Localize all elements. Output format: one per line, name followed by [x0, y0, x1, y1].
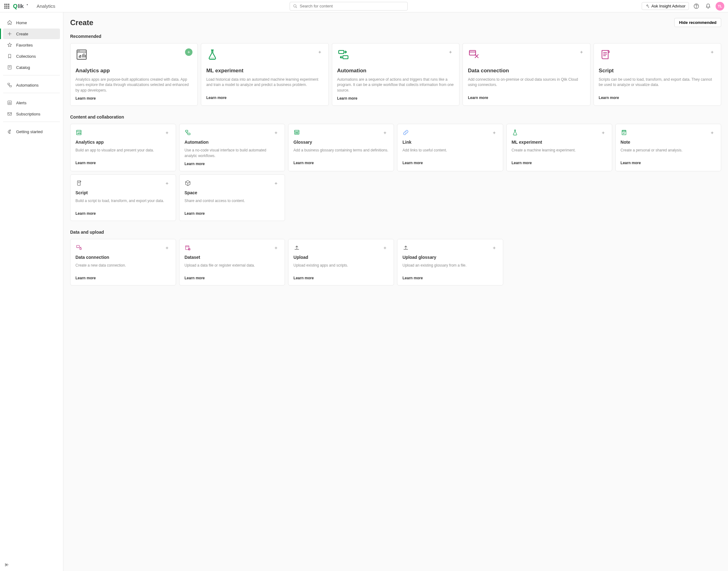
card-add-button[interactable]: [272, 129, 280, 136]
card-data-connection[interactable]: Data connection Add connections to on-pr…: [462, 43, 590, 106]
card-add-button[interactable]: [272, 244, 280, 252]
card-add-button[interactable]: [381, 129, 389, 136]
card-learn-more-link[interactable]: Learn more: [468, 96, 585, 100]
hide-recommended-button[interactable]: Hide recommended: [674, 18, 721, 27]
card-cc-link[interactable]: Link Add links to useful content. Learn …: [397, 124, 503, 171]
card-learn-more-link[interactable]: Learn more: [76, 161, 171, 165]
card-du-dataset[interactable]: Dataset Upload a data file or register e…: [179, 239, 285, 286]
sidebar-item-favorites[interactable]: Favorites: [3, 40, 60, 50]
search-box[interactable]: [290, 2, 408, 11]
sidebar-item-label: Catalog: [16, 65, 30, 70]
card-add-button[interactable]: [185, 48, 193, 56]
sidebar-item-catalog[interactable]: Catalog: [3, 62, 60, 73]
card-cc-ml[interactable]: ML experiment Create a machine learning …: [506, 124, 612, 171]
card-description: Use a no-code visual interface to build …: [184, 148, 280, 158]
card-add-button[interactable]: [447, 48, 454, 56]
card-learn-more-link[interactable]: Learn more: [337, 96, 454, 101]
card-add-button[interactable]: [381, 244, 389, 252]
section-content-collab: Content and collaboration Analytics app …: [70, 115, 721, 221]
section-title: Data and upload: [70, 230, 721, 235]
card-learn-more-link[interactable]: Learn more: [293, 276, 389, 280]
home-icon: [7, 20, 12, 25]
note-icon: [621, 129, 627, 136]
card-cc-automation[interactable]: Automation Use a no-code visual interfac…: [179, 124, 285, 171]
card-cc-glossary[interactable]: Glossary Add a business glossary contain…: [288, 124, 394, 171]
card-du-upload-glossary[interactable]: Upload glossary Upload an existing gloss…: [397, 239, 503, 286]
ask-insight-button[interactable]: Ask Insight Advisor: [642, 2, 689, 10]
card-analytics-app[interactable]: Analytics app Analytics apps are purpose…: [70, 43, 198, 106]
card-title: Script: [76, 190, 171, 195]
card-add-button[interactable]: [163, 129, 171, 136]
card-description: Scripts can be used to load, transform, …: [599, 77, 716, 93]
card-learn-more-link[interactable]: Learn more: [402, 161, 498, 165]
card-add-button[interactable]: [272, 180, 280, 187]
sidebar-item-alerts[interactable]: Alerts: [3, 97, 60, 108]
svg-rect-15: [8, 113, 11, 115]
card-ml-experiment[interactable]: ML experiment Load historical data into …: [201, 43, 328, 106]
card-add-button[interactable]: [163, 180, 171, 187]
card-learn-more-link[interactable]: Learn more: [206, 96, 323, 100]
bookmark-icon: [7, 53, 12, 59]
card-learn-more-link[interactable]: Learn more: [621, 161, 716, 165]
card-learn-more-link[interactable]: Learn more: [599, 96, 716, 100]
card-learn-more-link[interactable]: Learn more: [76, 211, 171, 216]
collapse-sidebar-icon[interactable]: [4, 562, 11, 569]
user-avatar[interactable]: TL: [716, 2, 724, 11]
plus-icon: [7, 31, 12, 37]
sidebar-item-create[interactable]: Create: [3, 28, 60, 39]
card-add-button[interactable]: [163, 244, 171, 252]
card-automation[interactable]: Automation Automations are a sequence of…: [332, 43, 459, 106]
card-learn-more-link[interactable]: Learn more: [184, 276, 280, 280]
sidebar-item-home[interactable]: Home: [3, 17, 60, 28]
card-add-button[interactable]: [491, 244, 498, 252]
sidebar-item-subscriptions[interactable]: Subscriptions: [3, 109, 60, 119]
card-learn-more-link[interactable]: Learn more: [76, 96, 193, 101]
card-add-button[interactable]: [316, 48, 323, 56]
svg-point-3: [293, 4, 296, 7]
app-launcher-icon[interactable]: [4, 3, 10, 9]
card-learn-more-link[interactable]: Learn more: [184, 162, 280, 166]
card-du-upload[interactable]: Upload Upload existing apps and scripts.…: [288, 239, 394, 286]
sidebar-item-label: Collections: [16, 54, 36, 59]
svg-rect-27: [339, 50, 344, 54]
card-description: Create a personal or shared analysis.: [621, 148, 716, 158]
card-title: ML experiment: [512, 140, 607, 145]
card-description: Add connections to on-premise or cloud d…: [468, 77, 585, 93]
card-add-button[interactable]: [709, 129, 716, 136]
card-learn-more-link[interactable]: Learn more: [402, 276, 498, 280]
card-learn-more-link[interactable]: Learn more: [293, 161, 389, 165]
search-input[interactable]: [300, 4, 404, 8]
card-description: Load historical data into an automated m…: [206, 77, 323, 93]
svg-rect-19: [77, 50, 86, 59]
flask-large-icon: [206, 48, 219, 61]
notifications-icon[interactable]: [704, 2, 713, 11]
card-add-button[interactable]: [600, 129, 607, 136]
sidebar-item-automations[interactable]: Automations: [3, 80, 60, 90]
help-icon[interactable]: [692, 2, 701, 11]
card-cc-space[interactable]: Space Share and control access to conten…: [179, 175, 285, 221]
card-add-button[interactable]: [578, 48, 585, 56]
svg-point-6: [696, 7, 696, 7]
card-learn-more-link[interactable]: Learn more: [184, 211, 280, 216]
card-description: Create a new data connection.: [76, 263, 171, 273]
card-description: Upload existing apps and scripts.: [293, 263, 389, 273]
card-cc-note[interactable]: Note Create a personal or shared analysi…: [615, 124, 721, 171]
analytics-app-icon: [76, 129, 82, 136]
qlik-logo[interactable]: Qlik: [13, 3, 32, 10]
svg-rect-45: [188, 133, 190, 135]
svg-rect-12: [8, 83, 10, 85]
card-script[interactable]: Script Scripts can be used to load, tran…: [594, 43, 721, 106]
sidebar-item-label: Alerts: [16, 101, 26, 105]
svg-text:lik: lik: [18, 3, 24, 9]
card-learn-more-link[interactable]: Learn more: [76, 276, 171, 280]
sidebar-item-getting-started[interactable]: Getting started: [3, 126, 60, 137]
card-du-dataconn[interactable]: Data connection Create a new data connec…: [70, 239, 176, 286]
card-add-button[interactable]: [491, 129, 498, 136]
section-data-upload: Data and upload Data connection Create a…: [70, 230, 721, 286]
card-title: Automation: [184, 140, 280, 145]
card-add-button[interactable]: [709, 48, 716, 56]
sidebar-item-collections[interactable]: Collections: [3, 51, 60, 62]
card-learn-more-link[interactable]: Learn more: [512, 161, 607, 165]
card-cc-analytics-app[interactable]: Analytics app Build an app to visualize …: [70, 124, 176, 171]
card-cc-script[interactable]: Script Build a script to load, transform…: [70, 175, 176, 221]
